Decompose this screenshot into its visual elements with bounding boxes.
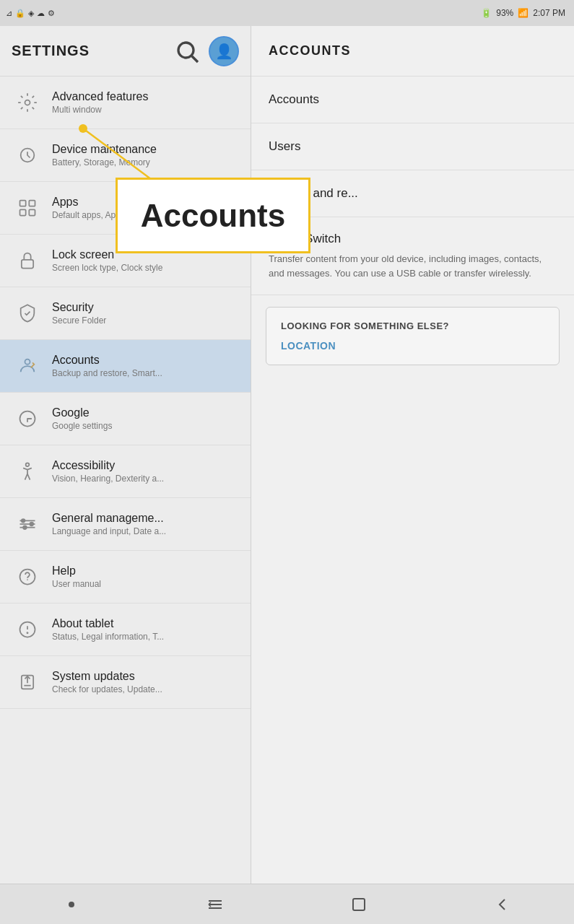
- status-icon-cloud: ☁: [37, 9, 45, 18]
- sidebar-item-accessibility[interactable]: Accessibility Vision, Hearing, Dexterity…: [0, 445, 251, 498]
- apps-subtitle: Default apps, App permissi...: [52, 210, 239, 220]
- status-bar: ⊿ 🔒 ◈ ☁ ⚙ 🔋 93% 📶 2:07 PM: [0, 0, 574, 26]
- help-icon: [12, 561, 43, 593]
- right-menu-backup[interactable]: Backup and re...: [251, 170, 574, 217]
- smart-switch-section[interactable]: Smart Switch Transfer content from your …: [251, 217, 574, 295]
- bottom-nav: [0, 884, 574, 924]
- updates-subtitle: Check for updates, Update...: [52, 684, 239, 694]
- battery-icon: 🔋: [481, 8, 492, 18]
- svg-point-19: [27, 632, 27, 633]
- svg-point-0: [178, 43, 193, 58]
- lockscreen-subtitle: Screen lock type, Clock style: [52, 263, 239, 273]
- battery-level: 93%: [496, 8, 513, 18]
- location-link[interactable]: LOCATION: [281, 340, 544, 352]
- sidebar-item-google[interactable]: Google Google settings: [0, 393, 251, 445]
- looking-box: LOOKING FOR SOMETHING ELSE? LOCATION: [266, 307, 560, 365]
- wifi-icon: 📶: [518, 8, 529, 18]
- sidebar: SETTINGS 👤 Advanced features: [0, 26, 251, 884]
- security-subtitle: Secure Folder: [52, 315, 239, 326]
- sidebar-item-device[interactable]: Device maintenance Battery, Storage, Mem…: [0, 129, 251, 182]
- svg-rect-8: [22, 260, 33, 269]
- right-content: Accounts Users Backup and re... Smart Sw…: [251, 77, 574, 365]
- google-title: Google: [52, 406, 239, 419]
- svg-point-14: [22, 519, 25, 523]
- lockscreen-title: Lock screen: [52, 248, 239, 261]
- right-menu-accounts[interactable]: Accounts: [251, 77, 574, 123]
- svg-point-16: [23, 526, 27, 529]
- general-subtitle: Language and input, Date a...: [52, 526, 239, 536]
- accounts-subtitle: Backup and restore, Smart...: [52, 368, 239, 378]
- apps-title: Apps: [52, 196, 239, 209]
- help-subtitle: User manual: [52, 579, 239, 589]
- settings-title: SETTINGS: [12, 43, 165, 59]
- sidebar-item-about[interactable]: About tablet Status, Legal information, …: [0, 603, 251, 656]
- profile-icon: 👤: [215, 43, 233, 60]
- right-header: ACCOUNTS: [251, 26, 574, 77]
- about-subtitle: Status, Legal information, T...: [52, 632, 239, 642]
- nav-back-button[interactable]: [481, 890, 524, 919]
- nav-dot-button[interactable]: [50, 890, 93, 919]
- menu-icon: [206, 896, 224, 913]
- smart-switch-title: Smart Switch: [269, 232, 557, 246]
- main-container: SETTINGS 👤 Advanced features: [0, 26, 574, 884]
- lockscreen-icon: [12, 245, 43, 276]
- security-icon: [12, 297, 43, 329]
- svg-point-2: [25, 100, 30, 105]
- accounts-title: Accounts: [52, 354, 239, 367]
- google-subtitle: Google settings: [52, 421, 239, 431]
- apps-text: Apps Default apps, App permissi...: [52, 196, 239, 220]
- advanced-text: Advanced features Multi window: [52, 90, 239, 115]
- accessibility-subtitle: Vision, Hearing, Dexterity a...: [52, 474, 239, 484]
- general-icon: [12, 508, 43, 540]
- sidebar-item-general[interactable]: General manageme... Language and input, …: [0, 498, 251, 551]
- sidebar-item-help[interactable]: Help User manual: [0, 551, 251, 603]
- sidebar-item-lockscreen[interactable]: Lock screen Screen lock type, Clock styl…: [0, 235, 251, 287]
- right-pane: ACCOUNTS Accounts Users Backup and re...…: [251, 26, 574, 884]
- svg-rect-5: [29, 201, 35, 206]
- accessibility-icon: [12, 456, 43, 487]
- profile-button[interactable]: 👤: [209, 36, 239, 66]
- status-icon-signal: ⊿: [6, 9, 12, 18]
- help-title: Help: [52, 565, 239, 578]
- lockscreen-text: Lock screen Screen lock type, Clock styl…: [52, 248, 239, 273]
- nav-home-button[interactable]: [337, 890, 381, 919]
- sidebar-item-apps[interactable]: Apps Default apps, App permissi...: [0, 182, 251, 235]
- svg-rect-4: [20, 201, 26, 206]
- svg-rect-6: [20, 209, 26, 215]
- accessibility-title: Accessibility: [52, 459, 239, 472]
- search-button[interactable]: [174, 38, 200, 64]
- sidebar-item-accounts[interactable]: Accounts Backup and restore, Smart...: [0, 340, 251, 393]
- google-icon: [12, 403, 43, 435]
- svg-rect-27: [353, 899, 365, 910]
- advanced-icon: [12, 87, 43, 118]
- general-text: General manageme... Language and input, …: [52, 512, 239, 536]
- right-header-title: ACCOUNTS: [269, 43, 351, 58]
- apps-icon: [12, 192, 43, 224]
- google-text: Google Google settings: [52, 406, 239, 431]
- device-subtitle: Battery, Storage, Memory: [52, 157, 239, 167]
- advanced-subtitle: Multi window: [52, 105, 239, 115]
- sidebar-item-security[interactable]: Security Secure Folder: [0, 287, 251, 340]
- help-text: Help User manual: [52, 565, 239, 589]
- right-menu-accounts-label: Accounts: [269, 92, 319, 106]
- status-icon-settings2: ⚙: [48, 9, 55, 18]
- status-right: 🔋 93% 📶 2:07 PM: [481, 8, 565, 18]
- smart-switch-desc: Transfer content from your old device, i…: [269, 252, 557, 280]
- nav-menu-button[interactable]: [193, 890, 237, 919]
- settings-header: SETTINGS 👤: [0, 26, 251, 77]
- accounts-text: Accounts Backup and restore, Smart...: [52, 354, 239, 378]
- accounts-icon: [12, 350, 43, 382]
- right-menu-users[interactable]: Users: [251, 123, 574, 170]
- nav-dot-icon: [69, 902, 74, 907]
- sidebar-item-updates[interactable]: System updates Check for updates, Update…: [0, 656, 251, 709]
- right-menu-users-label: Users: [269, 139, 300, 153]
- looking-title: LOOKING FOR SOMETHING ELSE?: [281, 321, 544, 331]
- svg-line-1: [192, 56, 198, 61]
- sidebar-item-advanced[interactable]: Advanced features Multi window: [0, 77, 251, 129]
- svg-rect-7: [29, 209, 35, 215]
- about-title: About tablet: [52, 617, 239, 630]
- security-text: Security Secure Folder: [52, 301, 239, 326]
- updates-text: System updates Check for updates, Update…: [52, 670, 239, 694]
- status-icon-dropbox: ◈: [28, 9, 34, 18]
- updates-title: System updates: [52, 670, 239, 683]
